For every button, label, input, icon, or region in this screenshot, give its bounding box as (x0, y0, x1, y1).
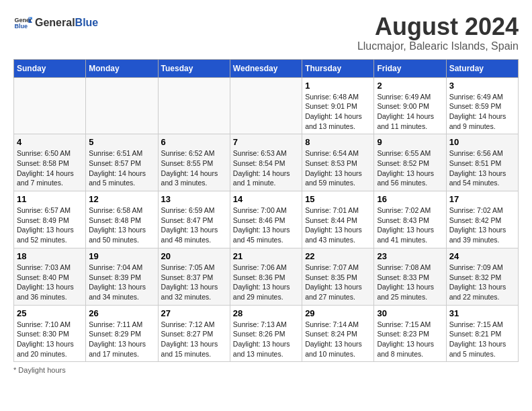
day-header: Sunday (14, 59, 86, 77)
day-info: Sunrise: 7:04 AM Sunset: 8:39 PM Dayligh… (89, 263, 154, 302)
calendar-cell: 17Sunrise: 7:02 AM Sunset: 8:42 PM Dayli… (446, 191, 518, 248)
calendar-week-row: 18Sunrise: 7:03 AM Sunset: 8:40 PM Dayli… (14, 248, 519, 305)
day-info: Sunrise: 7:00 AM Sunset: 8:46 PM Dayligh… (233, 205, 299, 245)
calendar-cell: 11Sunrise: 6:57 AM Sunset: 8:49 PM Dayli… (14, 191, 86, 248)
day-info: Sunrise: 6:49 AM Sunset: 9:00 PM Dayligh… (377, 92, 443, 132)
calendar-cell (158, 77, 230, 134)
day-info: Sunrise: 6:49 AM Sunset: 8:59 PM Dayligh… (449, 92, 515, 132)
calendar-cell: 12Sunrise: 6:58 AM Sunset: 8:48 PM Dayli… (86, 191, 158, 248)
day-info: Sunrise: 6:57 AM Sunset: 8:49 PM Dayligh… (17, 205, 83, 245)
logo-general: GeneralBlue (35, 17, 98, 28)
calendar-cell: 20Sunrise: 7:05 AM Sunset: 8:37 PM Dayli… (158, 248, 230, 305)
header-row: SundayMondayTuesdayWednesdayThursdayFrid… (14, 59, 519, 77)
logo: General Blue GeneralBlue (13, 13, 98, 32)
day-info: Sunrise: 6:50 AM Sunset: 8:58 PM Dayligh… (17, 148, 83, 188)
day-info: Sunrise: 6:58 AM Sunset: 8:48 PM Dayligh… (89, 205, 154, 245)
calendar-cell: 31Sunrise: 7:15 AM Sunset: 8:21 PM Dayli… (446, 305, 518, 362)
calendar-cell: 2Sunrise: 6:49 AM Sunset: 9:00 PM Daylig… (374, 77, 446, 134)
calendar-cell: 25Sunrise: 7:10 AM Sunset: 8:30 PM Dayli… (14, 305, 86, 362)
day-number: 14 (233, 194, 299, 204)
page-title: August 2024 (357, 13, 519, 40)
calendar-week-row: 25Sunrise: 7:10 AM Sunset: 8:30 PM Dayli… (14, 305, 519, 362)
day-number: 24 (449, 251, 515, 261)
calendar-cell: 5Sunrise: 6:51 AM Sunset: 8:57 PM Daylig… (86, 134, 158, 191)
day-info: Sunrise: 7:02 AM Sunset: 8:42 PM Dayligh… (449, 205, 515, 245)
day-number: 11 (17, 194, 83, 204)
calendar-body: 1Sunrise: 6:48 AM Sunset: 9:01 PM Daylig… (14, 77, 519, 362)
day-number: 1 (305, 81, 371, 91)
day-info: Sunrise: 7:02 AM Sunset: 8:43 PM Dayligh… (377, 205, 443, 245)
day-number: 17 (449, 194, 515, 204)
calendar-cell: 7Sunrise: 6:53 AM Sunset: 8:54 PM Daylig… (230, 134, 302, 191)
calendar-cell: 30Sunrise: 7:15 AM Sunset: 8:23 PM Dayli… (374, 305, 446, 362)
day-info: Sunrise: 6:52 AM Sunset: 8:55 PM Dayligh… (161, 148, 227, 188)
day-number: 6 (161, 137, 227, 147)
day-number: 20 (161, 251, 227, 261)
calendar-cell: 22Sunrise: 7:07 AM Sunset: 8:35 PM Dayli… (302, 248, 374, 305)
calendar-cell: 9Sunrise: 6:55 AM Sunset: 8:52 PM Daylig… (374, 134, 446, 191)
day-info: Sunrise: 7:06 AM Sunset: 8:36 PM Dayligh… (233, 263, 299, 302)
calendar-cell: 1Sunrise: 6:48 AM Sunset: 9:01 PM Daylig… (302, 77, 374, 134)
calendar-cell: 6Sunrise: 6:52 AM Sunset: 8:55 PM Daylig… (158, 134, 230, 191)
day-info: Sunrise: 6:54 AM Sunset: 8:53 PM Dayligh… (305, 148, 371, 188)
calendar-cell (14, 77, 86, 134)
day-number: 18 (17, 251, 83, 261)
day-number: 31 (449, 308, 515, 318)
calendar-week-row: 4Sunrise: 6:50 AM Sunset: 8:58 PM Daylig… (14, 134, 519, 191)
day-info: Sunrise: 7:03 AM Sunset: 8:40 PM Dayligh… (17, 263, 83, 302)
svg-text:Blue: Blue (14, 23, 28, 30)
day-number: 2 (377, 81, 443, 91)
day-number: 8 (305, 137, 371, 147)
day-info: Sunrise: 6:53 AM Sunset: 8:54 PM Dayligh… (233, 148, 299, 188)
day-number: 4 (17, 137, 83, 147)
day-header: Friday (374, 59, 446, 77)
day-header: Wednesday (230, 59, 302, 77)
day-info: Sunrise: 6:59 AM Sunset: 8:47 PM Dayligh… (161, 205, 227, 245)
day-number: 9 (377, 137, 443, 147)
day-info: Sunrise: 7:10 AM Sunset: 8:30 PM Dayligh… (17, 320, 83, 359)
day-header: Saturday (446, 59, 518, 77)
footer-note: * Daylight hours (13, 366, 519, 374)
day-info: Sunrise: 7:05 AM Sunset: 8:37 PM Dayligh… (161, 263, 227, 302)
calendar-cell: 28Sunrise: 7:13 AM Sunset: 8:26 PM Dayli… (230, 305, 302, 362)
calendar-cell (86, 77, 158, 134)
day-info: Sunrise: 7:11 AM Sunset: 8:29 PM Dayligh… (89, 320, 154, 359)
calendar-cell (230, 77, 302, 134)
day-number: 7 (233, 137, 299, 147)
day-info: Sunrise: 7:01 AM Sunset: 8:44 PM Dayligh… (305, 205, 371, 245)
title-section: August 2024 Llucmajor, Balearic Islands,… (357, 13, 519, 52)
calendar-cell: 19Sunrise: 7:04 AM Sunset: 8:39 PM Dayli… (86, 248, 158, 305)
day-number: 26 (89, 308, 154, 318)
calendar-cell: 3Sunrise: 6:49 AM Sunset: 8:59 PM Daylig… (446, 77, 518, 134)
page-subtitle: Llucmajor, Balearic Islands, Spain (357, 40, 519, 52)
day-info: Sunrise: 7:08 AM Sunset: 8:33 PM Dayligh… (377, 263, 443, 302)
day-number: 27 (161, 308, 227, 318)
day-info: Sunrise: 6:48 AM Sunset: 9:01 PM Dayligh… (305, 92, 371, 132)
day-info: Sunrise: 7:13 AM Sunset: 8:26 PM Dayligh… (233, 320, 299, 359)
calendar-cell: 26Sunrise: 7:11 AM Sunset: 8:29 PM Dayli… (86, 305, 158, 362)
day-info: Sunrise: 7:09 AM Sunset: 8:32 PM Dayligh… (449, 263, 515, 302)
calendar-cell: 8Sunrise: 6:54 AM Sunset: 8:53 PM Daylig… (302, 134, 374, 191)
calendar-cell: 13Sunrise: 6:59 AM Sunset: 8:47 PM Dayli… (158, 191, 230, 248)
calendar-cell: 29Sunrise: 7:14 AM Sunset: 8:24 PM Dayli… (302, 305, 374, 362)
calendar-cell: 10Sunrise: 6:56 AM Sunset: 8:51 PM Dayli… (446, 134, 518, 191)
calendar-cell: 21Sunrise: 7:06 AM Sunset: 8:36 PM Dayli… (230, 248, 302, 305)
day-info: Sunrise: 7:15 AM Sunset: 8:21 PM Dayligh… (449, 320, 515, 359)
calendar-cell: 18Sunrise: 7:03 AM Sunset: 8:40 PM Dayli… (14, 248, 86, 305)
day-info: Sunrise: 6:56 AM Sunset: 8:51 PM Dayligh… (449, 148, 515, 188)
day-header: Thursday (302, 59, 374, 77)
header: General Blue GeneralBlue August 2024 Llu… (13, 13, 519, 52)
day-number: 3 (449, 81, 515, 91)
calendar-header: SundayMondayTuesdayWednesdayThursdayFrid… (14, 59, 519, 77)
day-number: 21 (233, 251, 299, 261)
day-number: 12 (89, 194, 154, 204)
day-number: 22 (305, 251, 371, 261)
calendar-cell: 15Sunrise: 7:01 AM Sunset: 8:44 PM Dayli… (302, 191, 374, 248)
day-number: 30 (377, 308, 443, 318)
day-info: Sunrise: 7:14 AM Sunset: 8:24 PM Dayligh… (305, 320, 371, 359)
day-number: 15 (305, 194, 371, 204)
calendar-cell: 24Sunrise: 7:09 AM Sunset: 8:32 PM Dayli… (446, 248, 518, 305)
day-number: 19 (89, 251, 154, 261)
day-number: 16 (377, 194, 443, 204)
logo-icon: General Blue (13, 13, 32, 32)
